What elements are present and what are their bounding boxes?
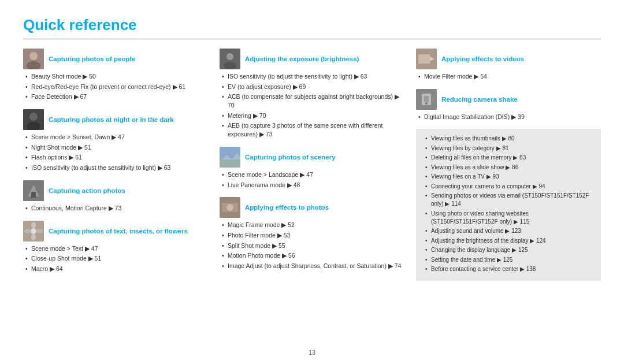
flower-icon bbox=[23, 221, 44, 242]
section-scenery-list: Scene mode > Landscape ▶ 47 Live Panoram… bbox=[220, 170, 404, 189]
svg-point-23 bbox=[226, 204, 233, 211]
list-item: Changing the display language ▶ 125 bbox=[425, 246, 594, 254]
divider bbox=[23, 39, 601, 39]
flower-icon-svg bbox=[23, 221, 44, 242]
svg-point-1 bbox=[29, 52, 38, 60]
effects-icon bbox=[220, 197, 240, 218]
section-action: Capturing action photos Continuous, Moti… bbox=[23, 180, 208, 213]
svg-point-11 bbox=[31, 222, 36, 229]
list-item: Macro ▶ 64 bbox=[25, 265, 208, 273]
list-item: Scene mode > Landscape ▶ 47 bbox=[222, 170, 404, 179]
list-item: Sending photos or videos via email (ST15… bbox=[425, 192, 594, 208]
list-item: Scene mode > Sunset, Dawn ▶ 47 bbox=[25, 133, 208, 142]
section-dark: Capturing photos at night or in the dark… bbox=[23, 109, 208, 172]
scenery-icon bbox=[220, 147, 240, 168]
svg-point-13 bbox=[31, 233, 36, 240]
section-flowers: Capturing photos of text, insects, or fl… bbox=[23, 221, 208, 273]
svg-rect-29 bbox=[424, 96, 429, 102]
dark-icon bbox=[23, 109, 44, 130]
list-item: Digital Image Stabilization (DIS) ▶ 39 bbox=[418, 113, 601, 121]
section-shake-header: Reducing camera shake bbox=[416, 89, 601, 110]
section-photo-effects-header: Applying effects to photos bbox=[220, 197, 404, 218]
page-title: Quick reference bbox=[23, 16, 601, 34]
list-item: Viewing files by category ▶ 81 bbox=[425, 144, 594, 153]
effects-icon-svg bbox=[220, 197, 240, 218]
list-item: Setting the date and time ▶ 125 bbox=[425, 256, 594, 264]
section-exposure-list: ISO sensitivity (to adjust the sensitivi… bbox=[220, 72, 404, 139]
section-dark-list: Scene mode > Sunset, Dawn ▶ 47 Night Sho… bbox=[23, 133, 208, 172]
section-shake: Reducing camera shake Digital Image Stab… bbox=[416, 89, 601, 121]
list-item: Using photo or video sharing websites (S… bbox=[425, 210, 594, 226]
list-item: Photo Filter mode ▶ 53 bbox=[222, 231, 404, 240]
section-flowers-header: Capturing photos of text, insects, or fl… bbox=[23, 221, 208, 242]
svg-point-14 bbox=[24, 229, 31, 233]
list-item: AEB (to capture 3 photos of the same sce… bbox=[222, 121, 404, 138]
section-photo-effects: Applying effects to photos Magic Frame m… bbox=[220, 197, 404, 270]
list-item: Image Adjust (to adjust Sharpness, Contr… bbox=[222, 262, 404, 270]
section-shake-list: Digital Image Stabilization (DIS) ▶ 39 bbox=[416, 113, 601, 121]
section-dark-header: Capturing photos at night or in the dark bbox=[23, 109, 208, 130]
svg-point-4 bbox=[29, 113, 38, 121]
column-1: Capturing photos of people Beauty Shot m… bbox=[23, 49, 220, 281]
action-icon-svg bbox=[23, 180, 44, 201]
video-icon bbox=[416, 49, 437, 69]
list-item: Viewing files as a slide show ▶ 86 bbox=[425, 164, 594, 172]
list-item: Before contacting a service center ▶ 138 bbox=[425, 265, 594, 273]
dark-icon-svg bbox=[23, 109, 44, 130]
scenery-icon-svg bbox=[220, 147, 240, 168]
section-action-title: Capturing action photos bbox=[49, 187, 125, 194]
list-item: Red-eye/Red-eye Fix (to prevent or corre… bbox=[25, 83, 208, 91]
list-item: ISO sensitivity (to adjust the sensitivi… bbox=[25, 164, 208, 172]
list-item: Viewing files on a TV ▶ 93 bbox=[425, 173, 594, 181]
list-item: Scene mode > Text ▶ 47 bbox=[25, 244, 208, 253]
list-item: Viewing files as thumbnails ▶ 80 bbox=[425, 135, 594, 143]
page-number: 13 bbox=[309, 349, 315, 356]
svg-point-30 bbox=[425, 102, 428, 105]
svg-point-10 bbox=[31, 228, 36, 234]
list-item: Live Panorama mode ▶ 48 bbox=[222, 181, 404, 190]
person-icon-svg bbox=[23, 49, 44, 69]
section-people-list: Beauty Shot mode ▶ 50 Red-eye/Red-eye Fi… bbox=[23, 72, 208, 101]
section-video-effects-title: Applying effects to videos bbox=[441, 55, 524, 62]
list-item: Beauty Shot mode ▶ 50 bbox=[25, 72, 208, 81]
section-exposure: Adjusting the exposure (brightness) ISO … bbox=[220, 49, 404, 139]
list-item: Face Detection ▶ 67 bbox=[25, 92, 208, 101]
list-item: Night Shot mode ▶ 51 bbox=[25, 143, 208, 152]
svg-point-12 bbox=[36, 229, 43, 233]
section-flowers-list: Scene mode > Text ▶ 47 Close-up Shot mod… bbox=[23, 244, 208, 273]
section-people: Capturing photos of people Beauty Shot m… bbox=[23, 49, 208, 101]
list-item: Deleting all files on the memory ▶ 83 bbox=[425, 154, 594, 162]
list-item: Movie Filter mode ▶ 54 bbox=[418, 72, 601, 81]
section-exposure-title: Adjusting the exposure (brightness) bbox=[245, 55, 359, 62]
list-item: Adjusting the brightness of the display … bbox=[425, 237, 594, 245]
list-item: Split Shot mode ▶ 55 bbox=[222, 242, 404, 250]
list-item: Magic Frame mode ▶ 52 bbox=[222, 221, 404, 229]
shaded-list: Viewing files as thumbnails ▶ 80 Viewing… bbox=[423, 135, 594, 273]
section-people-header: Capturing photos of people bbox=[23, 49, 208, 69]
page: Quick reference Capturing photos of peop… bbox=[0, 0, 624, 364]
section-action-list: Continuous, Motion Capture ▶ 73 bbox=[23, 204, 208, 213]
svg-rect-8 bbox=[31, 192, 36, 198]
list-item: Flash options ▶ 61 bbox=[25, 153, 208, 162]
exposure-icon bbox=[220, 49, 240, 69]
exposure-icon-svg bbox=[220, 49, 240, 69]
list-item: EV (to adjust exposure) ▶ 69 bbox=[222, 83, 404, 91]
section-people-title: Capturing photos of people bbox=[49, 55, 135, 62]
list-item: Adjusting sound and volume ▶ 123 bbox=[425, 227, 594, 235]
list-item: ISO sensitivity (to adjust the sensitivi… bbox=[222, 72, 404, 81]
section-scenery-header: Capturing photos of scenery bbox=[220, 147, 404, 168]
action-icon bbox=[23, 180, 44, 201]
column-3: Applying effects to videos Movie Filter … bbox=[416, 49, 601, 281]
section-video-effects-list: Movie Filter mode ▶ 54 bbox=[416, 72, 601, 81]
svg-rect-25 bbox=[418, 54, 430, 64]
svg-rect-20 bbox=[220, 159, 240, 168]
list-item: Motion Photo mode ▶ 56 bbox=[222, 251, 404, 260]
section-photo-effects-title: Applying effects to photos bbox=[245, 204, 329, 211]
section-video-effects-header: Applying effects to videos bbox=[416, 49, 601, 69]
content-columns: Capturing photos of people Beauty Shot m… bbox=[23, 49, 601, 281]
video-icon-svg bbox=[416, 49, 437, 69]
section-shake-title: Reducing camera shake bbox=[441, 96, 518, 103]
shake-icon-svg bbox=[416, 89, 437, 110]
person-icon bbox=[23, 49, 44, 69]
section-dark-title: Capturing photos at night or in the dark bbox=[49, 116, 174, 123]
